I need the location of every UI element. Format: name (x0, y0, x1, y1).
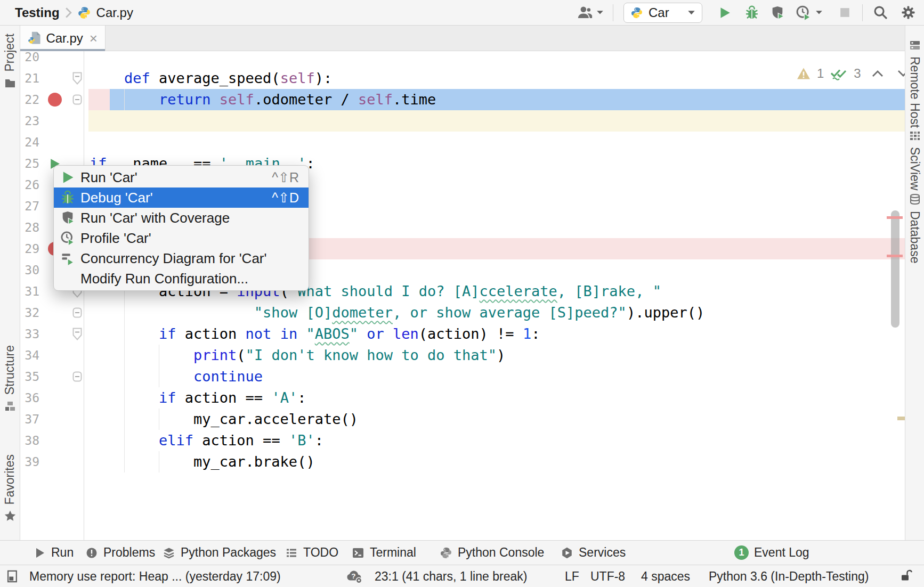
tab-car-py[interactable]: Car.py × (20, 26, 106, 51)
gutter-separator (84, 51, 84, 540)
menu-item-label: Run 'Car' with Coverage (80, 210, 230, 226)
menu-item-label: Debug 'Car' (80, 190, 153, 206)
code-fold-marker-icon[interactable] (72, 371, 83, 382)
breakpoint-icon[interactable] (48, 93, 62, 107)
toolwindow-label: Python Console (458, 545, 544, 560)
line-number[interactable]: 22 (20, 89, 39, 110)
breadcrumb-chevron-icon (65, 7, 72, 19)
code-fold-marker-icon[interactable] (72, 71, 83, 85)
code-line[interactable]: my_car.brake() (90, 451, 315, 472)
profile-button[interactable] (796, 0, 823, 25)
code-line[interactable]: print("I don't know how to do that") (90, 345, 505, 366)
debug-button[interactable] (744, 0, 759, 25)
stripe-item-project[interactable]: Project (0, 34, 20, 89)
toolwindow-problems[interactable]: Problems (85, 541, 155, 565)
line-number[interactable]: 33 (20, 323, 39, 345)
menu-item-debug-car[interactable]: Debug 'Car'^⇧D (54, 187, 309, 208)
status-caret-position[interactable]: 23:1 (41 chars, 1 line break) (375, 569, 527, 583)
close-icon[interactable]: × (90, 31, 98, 45)
code-line[interactable]: if action == 'A': (90, 387, 306, 409)
run-button[interactable] (718, 0, 732, 25)
toolwindow-services[interactable]: Services (561, 541, 626, 565)
menu-item-label: Concurrency Diagram for 'Car' (80, 250, 266, 267)
toolwindow-todo[interactable]: TODO (285, 541, 338, 565)
line-number[interactable]: 35 (20, 366, 39, 387)
menu-item-run-car-with-coverage[interactable]: Run 'Car' with Coverage (54, 208, 309, 228)
structure-icon (4, 400, 17, 412)
code-line[interactable]: continue (90, 366, 263, 387)
status-cloud-button[interactable]: ? (345, 569, 363, 584)
unlock-icon (899, 569, 913, 583)
code-line[interactable]: return self.odometer / self.time (90, 89, 436, 110)
toolwindow-python-packages[interactable]: Python Packages (163, 541, 276, 565)
chevron-down-icon[interactable] (897, 70, 905, 77)
line-number[interactable]: 32 (20, 302, 39, 323)
line-number[interactable]: 29 (20, 238, 39, 259)
line-number[interactable]: 30 (20, 259, 39, 281)
line-number[interactable]: 38 (20, 430, 39, 451)
code-line[interactable]: if action not in "ABOS" or len(action) !… (90, 323, 540, 345)
line-number[interactable]: 36 (20, 387, 39, 409)
status-interpreter[interactable]: Python 3.6 (In-Depth-Testing) (709, 569, 869, 583)
line-number[interactable]: 25 (20, 153, 39, 174)
line-number[interactable]: 34 (20, 345, 39, 366)
stripe-item-database[interactable]: Database (905, 193, 924, 263)
stripe-item-remote-host[interactable]: Remote Host (905, 39, 924, 128)
menu-item-profile-car[interactable]: Profile 'Car' (54, 228, 309, 248)
line-number[interactable]: 24 (20, 132, 39, 153)
code-line[interactable]: my_car.accelerate() (90, 409, 358, 430)
caret-down-icon[interactable] (815, 10, 823, 15)
run-configuration-select[interactable]: Car (623, 3, 702, 23)
stripe-item-sciview[interactable]: SciView (905, 129, 924, 190)
line-number[interactable]: 26 (20, 174, 39, 195)
inspections-widget[interactable]: 1 3 (797, 66, 905, 81)
python-file-icon (28, 31, 40, 46)
toolwindow-terminal[interactable]: Terminal (352, 541, 416, 565)
toolwindow-event-log[interactable]: 1 Event Log (734, 541, 809, 565)
status-memory[interactable]: Memory use report: Heap ... (yesterday 1… (29, 569, 281, 583)
stripe-label: Favorites (4, 454, 16, 505)
user-account-button[interactable] (577, 0, 604, 25)
grid-icon (909, 129, 921, 142)
status-line-ending[interactable]: LF (565, 569, 579, 583)
line-number[interactable]: 31 (20, 281, 39, 302)
tab-label: Car.py (46, 31, 83, 46)
menu-item-modify-run-configuration[interactable]: Modify Run Configuration... (54, 268, 309, 289)
editor-scrollbar[interactable] (891, 210, 899, 328)
chevron-up-icon[interactable] (872, 70, 884, 77)
settings-button[interactable] (901, 0, 916, 25)
line-number[interactable]: 23 (20, 110, 39, 132)
run-with-coverage-button[interactable] (770, 0, 785, 25)
code-fold-marker-icon[interactable] (72, 94, 83, 105)
menu-item-run-car[interactable]: Run 'Car'^⇧R (54, 167, 309, 187)
code-fold-marker-icon[interactable] (72, 327, 83, 341)
code-line[interactable]: def average_speed(self): (90, 68, 332, 89)
breakpoint-stripe-mark[interactable] (887, 216, 903, 219)
stripe-item-favorites[interactable]: Favorites (0, 454, 20, 523)
line-number[interactable]: 20 (20, 51, 39, 68)
warning-stripe-mark[interactable] (897, 417, 905, 420)
menu-item-concurrency-diagram-for-car[interactable]: Concurrency Diagram for 'Car' (54, 248, 309, 268)
breadcrumb-file[interactable]: Car.py (96, 5, 133, 20)
menu-item-shortcut: ^⇧R (272, 170, 299, 185)
line-number[interactable]: 37 (20, 409, 39, 430)
line-number[interactable]: 28 (20, 217, 39, 238)
toolwindow-toggle-button[interactable] (5, 569, 20, 583)
breakpoint-stripe-mark[interactable] (887, 255, 903, 257)
code-editor[interactable]: 1 3 Run 'Car'^⇧RDebug 'Car'^⇧DRun 'Car' … (20, 51, 905, 540)
code-line[interactable]: elif action == 'B': (90, 430, 323, 451)
code-fold-marker-icon[interactable] (72, 307, 83, 319)
code-line[interactable]: "show [O]dometer, or show average [S]pee… (90, 302, 704, 323)
line-number[interactable]: 39 (20, 451, 39, 472)
line-number[interactable]: 27 (20, 195, 39, 217)
breadcrumb-project[interactable]: Testing (15, 5, 60, 20)
line-number[interactable]: 21 (20, 68, 39, 89)
toolwindow-label: TODO (303, 545, 338, 560)
search-everywhere-button[interactable] (873, 0, 888, 25)
toolwindow-python-console[interactable]: Python Console (440, 541, 544, 565)
toolwindow-run[interactable]: Run (33, 541, 74, 565)
status-indent[interactable]: 4 spaces (641, 569, 690, 583)
stripe-item-structure[interactable]: Structure (0, 345, 20, 412)
readonly-toggle[interactable] (899, 569, 913, 583)
status-encoding[interactable]: UTF-8 (590, 569, 625, 583)
